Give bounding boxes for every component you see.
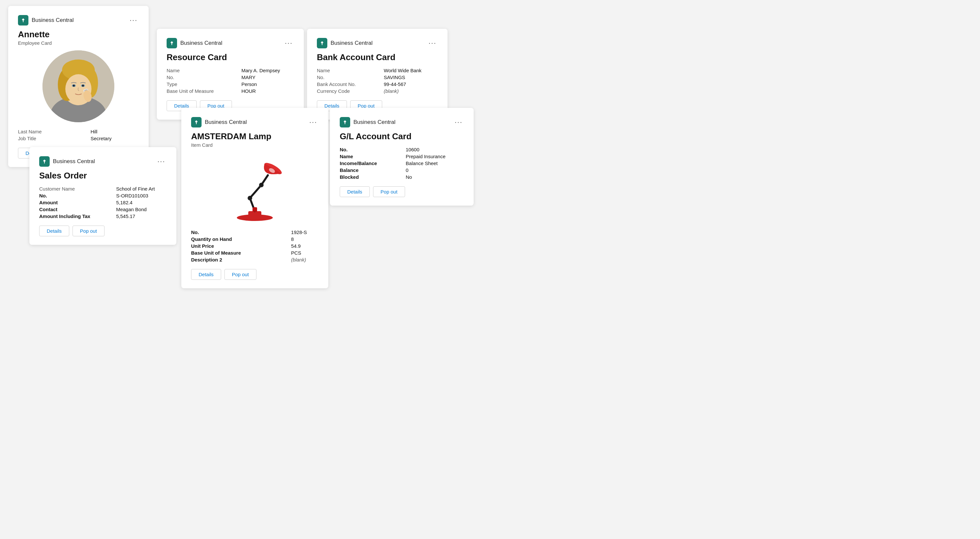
field-value: 0 bbox=[406, 167, 464, 174]
table-row: Job Title Secretary bbox=[18, 135, 139, 142]
field-value: World Wide Bank bbox=[384, 67, 438, 74]
field-label: Job Title bbox=[18, 135, 91, 142]
resource-app-name: Business Central bbox=[180, 40, 223, 46]
lamp-illustration bbox=[225, 156, 284, 221]
employee-card-title: Annette bbox=[18, 29, 139, 40]
gl-more-button[interactable]: ··· bbox=[453, 119, 464, 126]
table-row: No. MARY bbox=[167, 74, 294, 81]
table-row: Last Name Hill bbox=[18, 128, 139, 135]
sales-popout-button[interactable]: Pop out bbox=[73, 226, 105, 236]
field-value: Hill bbox=[91, 128, 139, 135]
field-value: 5,545.17 bbox=[116, 213, 167, 220]
sales-app-name: Business Central bbox=[53, 158, 95, 165]
svg-rect-1 bbox=[23, 21, 24, 22]
svg-rect-24 bbox=[44, 162, 45, 163]
bc-icon-sales bbox=[39, 156, 50, 167]
table-row: No. SAVINGS bbox=[317, 74, 438, 81]
bank-more-button[interactable]: ··· bbox=[427, 40, 438, 47]
sales-card-header: Business Central ··· bbox=[39, 156, 167, 167]
item-card-subtitle: Item Card bbox=[191, 142, 318, 148]
employee-fields: Last Name Hill Job Title Secretary bbox=[18, 128, 139, 142]
employee-card-subtitle: Employee Card bbox=[18, 40, 139, 46]
resource-card: Business Central ··· Resource Card Name … bbox=[157, 29, 304, 120]
field-label: Description 2 bbox=[191, 256, 291, 263]
sales-header-left: Business Central bbox=[39, 156, 95, 167]
item-card-actions: Details Pop out bbox=[191, 269, 318, 280]
field-label: No. bbox=[340, 146, 406, 153]
sales-card-title: Sales Order bbox=[39, 171, 167, 181]
field-value: Balance Sheet bbox=[406, 160, 464, 167]
employee-card: Business Central ··· Annette Employee Ca… bbox=[8, 6, 149, 167]
item-popout-button[interactable]: Pop out bbox=[224, 269, 256, 280]
sales-details-button[interactable]: Details bbox=[39, 226, 69, 236]
gl-app-name: Business Central bbox=[353, 119, 396, 126]
field-value: PCS bbox=[291, 249, 318, 256]
table-row: Amount Including Tax 5,545.17 bbox=[39, 213, 167, 220]
item-details-button[interactable]: Details bbox=[191, 269, 221, 280]
field-value: SAVINGS bbox=[384, 74, 438, 81]
table-row: Customer Name School of Fine Art bbox=[39, 185, 167, 192]
table-row: Name Mary A. Dempsey bbox=[167, 67, 294, 74]
item-more-button[interactable]: ··· bbox=[308, 119, 318, 126]
svg-rect-20 bbox=[172, 43, 172, 45]
gl-popout-button[interactable]: Pop out bbox=[373, 186, 405, 197]
svg-line-31 bbox=[250, 185, 261, 198]
field-label: No. bbox=[191, 229, 291, 236]
resource-more-button[interactable]: ··· bbox=[283, 40, 294, 47]
bank-card-title: Bank Account Card bbox=[317, 52, 438, 62]
bank-card-header: Business Central ··· bbox=[317, 38, 438, 48]
table-row: Unit Price 54.9 bbox=[191, 242, 318, 249]
table-row: Name World Wide Bank bbox=[317, 67, 438, 74]
employee-more-button[interactable]: ··· bbox=[128, 17, 139, 24]
item-card: Business Central ··· AMSTERDAM Lamp Item… bbox=[181, 108, 328, 288]
bc-icon-bank bbox=[317, 38, 327, 48]
svg-point-15 bbox=[82, 85, 84, 87]
item-fields: No. 1928-S Quantity on Hand 8 Unit Price… bbox=[191, 229, 318, 263]
sales-fields: Customer Name School of Fine Art No. S-O… bbox=[39, 185, 167, 220]
item-header-left: Business Central bbox=[191, 117, 247, 128]
table-row: Description 2 (blank) bbox=[191, 256, 318, 263]
field-label: Amount bbox=[39, 199, 116, 206]
table-row: Income/Balance Balance Sheet bbox=[340, 160, 464, 167]
table-row: Quantity on Hand 8 bbox=[191, 236, 318, 242]
table-row: Contact Meagan Bond bbox=[39, 206, 167, 213]
field-label: Customer Name bbox=[39, 185, 116, 192]
field-value: 54.9 bbox=[291, 242, 318, 249]
field-value: Person bbox=[242, 81, 294, 88]
table-row: Bank Account No. 99-44-567 bbox=[317, 81, 438, 88]
sales-more-button[interactable]: ··· bbox=[156, 158, 167, 165]
gl-details-button[interactable]: Details bbox=[340, 186, 370, 197]
table-row: Type Person bbox=[167, 81, 294, 88]
field-label: Base Unit of Measure bbox=[191, 249, 291, 256]
field-label: Contact bbox=[39, 206, 116, 213]
svg-rect-26 bbox=[196, 123, 197, 124]
field-label: Currency Code bbox=[317, 88, 384, 94]
field-label: Unit Price bbox=[191, 242, 291, 249]
field-value: HOUR bbox=[242, 88, 294, 94]
resource-card-header: Business Central ··· bbox=[167, 38, 294, 48]
sales-card-actions: Details Pop out bbox=[39, 226, 167, 236]
svg-rect-28 bbox=[248, 211, 261, 218]
table-row: No. S-ORD101003 bbox=[39, 192, 167, 199]
field-label: Balance bbox=[340, 167, 406, 174]
field-value: Prepaid Insurance bbox=[406, 153, 464, 160]
table-row: Name Prepaid Insurance bbox=[340, 153, 464, 160]
sales-card: Business Central ··· Sales Order Custome… bbox=[29, 147, 177, 245]
field-value: 5,182.4 bbox=[116, 199, 167, 206]
field-label: No. bbox=[167, 74, 242, 81]
item-card-title: AMSTERDAM Lamp bbox=[191, 131, 318, 142]
item-app-name: Business Central bbox=[205, 119, 247, 126]
table-row: Base Unit of Measure HOUR bbox=[167, 88, 294, 94]
item-card-header: Business Central ··· bbox=[191, 117, 318, 128]
field-label: Name bbox=[340, 153, 406, 160]
table-row: Base Unit of Measure PCS bbox=[191, 249, 318, 256]
bank-fields: Name World Wide Bank No. SAVINGS Bank Ac… bbox=[317, 67, 438, 94]
item-lamp-image bbox=[219, 152, 291, 224]
field-label: No. bbox=[39, 192, 116, 199]
field-label: Name bbox=[167, 67, 242, 74]
employee-avatar-container bbox=[18, 50, 139, 122]
employee-header-left: Business Central bbox=[18, 15, 74, 26]
field-value: S-ORD101003 bbox=[116, 192, 167, 199]
svg-rect-38 bbox=[345, 123, 345, 124]
bc-icon-employee bbox=[18, 15, 29, 26]
